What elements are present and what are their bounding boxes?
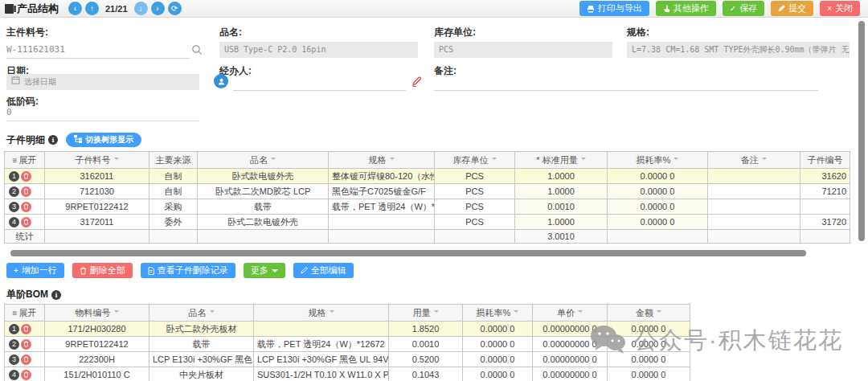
cell-loss[interactable]: 0.0000 0 xyxy=(463,337,533,352)
col-name[interactable]: 品名 xyxy=(198,152,329,169)
row-number-badge[interactable]: 2 xyxy=(9,339,19,350)
row-number-badge[interactable]: 4 xyxy=(9,370,19,380)
delete-all-button[interactable]: 删除全部 xyxy=(72,263,133,278)
row-delete-icon[interactable] xyxy=(21,202,31,212)
row-delete-icon[interactable] xyxy=(21,324,31,334)
col-amount[interactable]: 金额 xyxy=(608,305,690,322)
cell-amount[interactable]: 0.0000 0 xyxy=(608,322,690,337)
cell-loss[interactable]: 0.0000 0 xyxy=(463,322,533,337)
cell-name[interactable]: 载带 xyxy=(198,199,329,215)
nav-first-icon[interactable]: ‹ xyxy=(68,2,82,15)
cell-child-no[interactable] xyxy=(800,199,850,215)
low-level-code-input[interactable]: 0 xyxy=(6,104,199,121)
nav-next-icon[interactable]: › xyxy=(151,2,165,15)
cell-name[interactable]: LCP E130i +30%GF 黑色 UL 94V-0 xyxy=(149,352,254,367)
horizontal-scrollbar[interactable] xyxy=(10,250,806,256)
cell-qty[interactable]: 1.8520 xyxy=(389,322,463,337)
cell-qty[interactable]: 0.1043 xyxy=(389,367,463,381)
cell-amount[interactable]: 0.0000 0 xyxy=(608,337,690,352)
cell-spec[interactable]: SUS301-1/2H T0.10 X W11.0 X P12.0 m... xyxy=(254,367,389,381)
remark-input[interactable] xyxy=(434,74,818,91)
cell-item-no[interactable]: 151/2H010110 C xyxy=(45,367,149,381)
cell-remark[interactable] xyxy=(708,184,800,199)
col-spec[interactable]: 规格 xyxy=(254,305,389,322)
col-source[interactable]: 主要来源 xyxy=(149,152,198,169)
col-loss-rate[interactable]: 损耗率% xyxy=(463,305,533,322)
col-std-qty[interactable]: * 标准用量 xyxy=(515,152,608,169)
info-icon[interactable]: i xyxy=(51,290,61,300)
cell-child-no[interactable]: 71210 xyxy=(800,184,850,199)
col-name[interactable]: 品名 xyxy=(149,305,254,322)
cell-unit[interactable]: PCS xyxy=(435,184,515,199)
cell-loss[interactable]: 0.0000 0 xyxy=(608,215,708,230)
row-delete-icon[interactable] xyxy=(21,186,31,197)
cell-qty[interactable]: 1.0000 xyxy=(515,184,608,199)
main-part-no-input[interactable]: W-111621031 xyxy=(6,42,190,59)
cell-spec[interactable]: 载带，PET 透明24（W）*12672（L）*0... xyxy=(254,337,389,352)
cell-part-no[interactable]: 7121030 xyxy=(45,184,149,199)
cell-spec[interactable] xyxy=(254,322,389,337)
cell-name[interactable]: 中夹片板材 xyxy=(149,367,254,381)
cell-qty[interactable]: 0.0010 xyxy=(389,337,463,352)
cell-name[interactable]: 载带 xyxy=(149,337,254,352)
view-deleted-records-button[interactable]: 查看子件删除记录 xyxy=(141,263,235,278)
search-icon[interactable] xyxy=(191,44,203,59)
col-loss-rate[interactable]: 损耗率% xyxy=(608,152,708,169)
col-expand[interactable]: ≡展开 xyxy=(5,305,45,322)
other-operations-button[interactable]: 其他操作 xyxy=(656,1,716,16)
col-child-no[interactable]: 子件编号 xyxy=(800,152,850,169)
cell-loss[interactable]: 0.0000 0 xyxy=(463,352,533,367)
col-qty[interactable]: 用量 xyxy=(389,305,463,322)
row-number-badge[interactable]: 4 xyxy=(9,217,19,227)
cell-spec[interactable]: 黑色端子C7025镀金G/F xyxy=(329,184,435,199)
cell-price[interactable]: 0.00000000 0 xyxy=(533,322,608,337)
cell-child-no[interactable]: 31720 xyxy=(800,215,850,230)
close-button[interactable]: × 关闭 xyxy=(820,1,860,16)
cell-amount[interactable]: 0.0000 0 xyxy=(608,352,690,367)
cell-name[interactable]: 卧式二款外壳板材 xyxy=(149,322,254,337)
row-number-badge[interactable]: 2 xyxy=(9,186,19,197)
cell-item-no[interactable]: 171/2H030280 xyxy=(45,322,149,337)
cell-spec[interactable]: 整体镀可焊镍80-120（水性封... xyxy=(329,169,435,184)
cell-child-no[interactable]: 31620 xyxy=(800,169,850,184)
cell-unit[interactable]: PCS xyxy=(435,199,515,215)
cell-spec[interactable] xyxy=(329,215,435,230)
cell-spec[interactable]: 载带，PET 透明24（W）*126... xyxy=(329,199,435,215)
row-delete-icon[interactable] xyxy=(21,339,31,350)
row-delete-icon[interactable] xyxy=(21,370,31,380)
cell-source[interactable]: 采购 xyxy=(149,199,198,215)
cell-qty[interactable]: 1.0000 xyxy=(515,169,608,184)
row-number-badge[interactable]: 1 xyxy=(9,324,19,334)
cell-loss[interactable]: 0.0000 0 xyxy=(463,367,533,381)
cell-unit[interactable]: PCS xyxy=(435,215,515,230)
vertical-scrollbar[interactable] xyxy=(858,21,865,241)
col-expand[interactable]: ≡展开 xyxy=(5,152,45,169)
row-delete-icon[interactable] xyxy=(21,217,31,227)
cell-remark[interactable] xyxy=(708,169,800,184)
save-button[interactable]: ✓ 保存 xyxy=(723,1,764,16)
cell-price[interactable]: 0.00000000 0 xyxy=(533,352,608,367)
cell-source[interactable]: 自制 xyxy=(149,169,198,184)
tree-toggle-button[interactable]: 切换树形显示 xyxy=(66,133,141,147)
cell-loss[interactable]: 0.0000 0 xyxy=(608,169,708,184)
cell-spec[interactable]: LCP E130i +30%GF 黑色 UL 94V-0 xyxy=(254,352,389,367)
cell-item-no[interactable]: 222300H xyxy=(45,352,149,367)
print-export-button[interactable]: 打印与导出 xyxy=(579,1,649,16)
cell-part-no[interactable]: 3172011 xyxy=(45,215,149,230)
cell-part-no[interactable]: 3162011 xyxy=(45,169,149,184)
row-number-badge[interactable]: 3 xyxy=(9,354,19,365)
cell-unit[interactable]: PCS xyxy=(435,169,515,184)
row-number-badge[interactable]: 1 xyxy=(9,171,19,182)
cell-item-no[interactable]: 9RPET0122412 xyxy=(45,337,149,352)
cell-remark[interactable] xyxy=(708,199,800,215)
row-delete-icon[interactable] xyxy=(21,171,31,182)
more-button[interactable]: 更多 xyxy=(244,263,285,278)
submit-button[interactable]: 提交 xyxy=(771,1,813,16)
cell-source[interactable]: 自制 xyxy=(149,184,198,199)
cell-source[interactable]: 委外 xyxy=(149,215,198,230)
cell-qty[interactable]: 1.0000 xyxy=(515,215,608,230)
col-child-part-no[interactable]: 子件料号 xyxy=(45,152,149,169)
edit-pencil-icon[interactable] xyxy=(411,76,422,90)
row-delete-icon[interactable] xyxy=(21,354,31,365)
handler-avatar-icon[interactable] xyxy=(214,74,228,88)
